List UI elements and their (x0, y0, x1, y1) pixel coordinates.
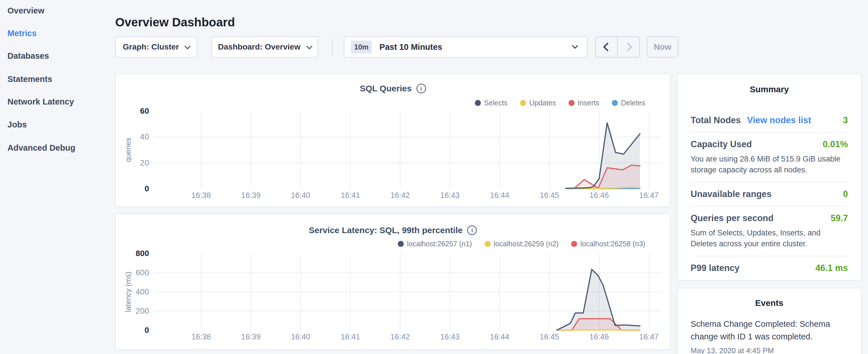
dashboard-dropdown[interactable]: Dashboard: Overview (212, 36, 318, 58)
summary-row-description: Sum of Selects, Updates, Inserts, and De… (691, 227, 848, 249)
svg-text:16:39: 16:39 (241, 191, 261, 200)
sidebar-item-jobs[interactable]: Jobs (7, 120, 27, 129)
svg-text:400: 400 (135, 287, 149, 296)
dashboard-label: Dashboard: Overview (218, 42, 301, 52)
sidebar-item-databases[interactable]: Databases (7, 51, 49, 61)
controls-divider (332, 38, 333, 56)
chevron-right-icon (623, 42, 632, 51)
time-step-button-group (595, 36, 640, 58)
time-range-badge: 10m (351, 41, 372, 54)
app-root: OverviewMetricsDatabasesStatementsNetwor… (0, 0, 868, 354)
svg-text:16:45: 16:45 (540, 332, 559, 341)
svg-text:16:45: 16:45 (540, 191, 559, 200)
svg-text:16:47: 16:47 (639, 332, 659, 341)
svg-text:16:38: 16:38 (191, 191, 211, 200)
chart-plot-area[interactable]: 16:3816:3916:4016:4116:4216:4316:4416:45… (116, 74, 670, 207)
svg-text:16:39: 16:39 (241, 332, 261, 341)
svg-text:800: 800 (135, 249, 149, 258)
event-item[interactable]: Schema Change Completed: Schema change w… (691, 318, 848, 354)
sidebar-item-advanced-debug[interactable]: Advanced Debug (7, 143, 75, 153)
summary-title: Summary (691, 85, 848, 94)
svg-text:40: 40 (140, 132, 149, 141)
chevron-down-icon (306, 43, 312, 49)
svg-text:16:40: 16:40 (291, 332, 310, 341)
svg-text:16:41: 16:41 (341, 191, 360, 200)
summary-row-value: 3 (843, 115, 848, 125)
page-title: Overview Dashboard (115, 15, 235, 29)
events-panel: Events Schema Change Completed: Schema c… (677, 288, 861, 354)
svg-text:20: 20 (140, 158, 149, 167)
view-nodes-list-link[interactable]: View nodes list (747, 115, 811, 125)
svg-text:16:43: 16:43 (440, 191, 460, 200)
time-step-forward-button[interactable] (617, 37, 639, 57)
svg-text:600: 600 (135, 268, 149, 277)
now-button[interactable]: Now (647, 36, 678, 58)
events-title: Events (691, 298, 848, 308)
sidebar-item-metrics[interactable]: Metrics (7, 28, 37, 38)
summary-row: Queries per second59.7Sum of Selects, Up… (691, 206, 848, 256)
svg-text:0: 0 (145, 326, 149, 334)
summary-row-label: Queries per second (691, 213, 773, 223)
chevron-down-icon (572, 43, 578, 49)
summary-row-value: 0.01% (823, 139, 848, 150)
summary-row: Capacity Used0.01%You are using 28.6 MiB… (691, 132, 848, 182)
summary-row-value: 59.7 (831, 213, 848, 223)
summary-row: Total NodesView nodes list3 (691, 108, 848, 132)
sidebar-item-overview[interactable]: Overview (7, 6, 44, 15)
svg-text:latency (ms): latency (ms) (124, 271, 132, 312)
svg-text:60: 60 (140, 106, 149, 116)
svg-text:16:46: 16:46 (589, 191, 609, 200)
summary-row-value: 46.1 ms (815, 263, 848, 273)
summary-row-label: Total Nodes (691, 115, 741, 125)
summary-row-value: 0 (843, 189, 848, 199)
svg-text:16:42: 16:42 (391, 191, 410, 200)
svg-text:16:42: 16:42 (391, 332, 410, 341)
svg-text:0: 0 (145, 184, 149, 193)
sql-queries-chart-card: SQL Queries i SelectsUpdatesInsertsDelet… (115, 74, 671, 207)
summary-row-description: You are using 28.6 MiB of 515.9 GiB usab… (691, 154, 848, 175)
graph-scope-dropdown[interactable]: Graph: Cluster (115, 36, 197, 58)
chevron-left-icon (603, 42, 612, 51)
summary-row-label: P99 latency (691, 263, 740, 273)
svg-text:16:46: 16:46 (589, 332, 609, 341)
svg-text:200: 200 (135, 307, 149, 315)
time-range-dropdown[interactable]: 10m Past 10 Minutes (344, 36, 587, 58)
svg-text:16:38: 16:38 (191, 332, 211, 341)
summary-row: P99 latency46.1 ms (691, 256, 848, 280)
summary-row-label: Unavailable ranges (691, 189, 772, 199)
service-latency-chart-card: Service Latency: SQL, 99th percentile i … (115, 213, 671, 350)
sidebar-item-statements[interactable]: Statements (7, 74, 52, 84)
event-message: Schema Change Completed: Schema change w… (691, 318, 848, 343)
summary-panel: Summary Total NodesView nodes list3Capac… (677, 74, 861, 281)
event-timestamp: May 13, 2020 at 4:45 PM (691, 346, 848, 354)
svg-text:16:43: 16:43 (440, 332, 460, 341)
summary-row-label: Capacity Used (691, 139, 752, 150)
svg-text:16:47: 16:47 (639, 191, 659, 200)
svg-text:16:41: 16:41 (341, 332, 360, 341)
svg-text:16:44: 16:44 (490, 191, 509, 200)
time-range-label: Past 10 Minutes (379, 42, 442, 52)
graph-scope-label: Graph: Cluster (123, 42, 179, 52)
svg-text:16:40: 16:40 (291, 191, 310, 200)
chart-plot-area[interactable]: 16:3816:3916:4016:4116:4216:4316:4416:45… (116, 214, 670, 351)
svg-text:16:44: 16:44 (490, 332, 509, 341)
summary-row: Unavailable ranges0 (691, 182, 848, 206)
svg-text:queries: queries (124, 138, 132, 162)
chevron-down-icon (184, 43, 190, 49)
time-step-back-button[interactable] (596, 37, 617, 57)
sidebar-item-network-latency[interactable]: Network Latency (7, 97, 74, 106)
